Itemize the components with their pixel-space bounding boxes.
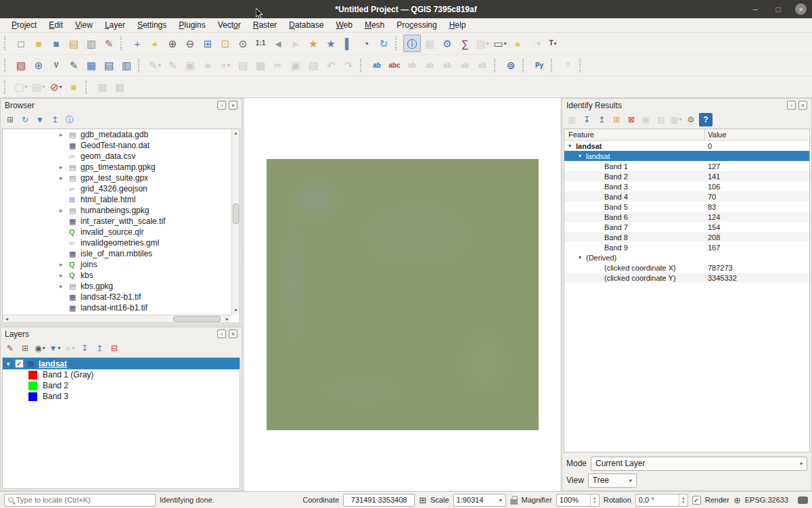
browser-item[interactable]: ▸ humanbeings.gpkg: [3, 205, 240, 216]
messages-icon[interactable]: [798, 497, 808, 504]
select-by-form-icon[interactable]: ■: [65, 78, 83, 96]
print-results-icon[interactable]: ▤: [654, 113, 668, 126]
spin-arrows-icon[interactable]: ▲▼: [590, 494, 599, 506]
layer-visibility-checkbox[interactable]: ✓: [15, 359, 24, 368]
new-geopackage-layer-icon[interactable]: ⊛: [30, 57, 47, 74]
toolbar-handle[interactable]: [120, 37, 127, 50]
layer-styling-icon[interactable]: ✎: [3, 342, 17, 355]
copy-features-icon[interactable]: ▣: [287, 57, 304, 74]
refresh-browser-icon[interactable]: ↻: [18, 113, 32, 126]
result-row[interactable]: Band 5 83: [564, 202, 809, 212]
collapse-all-icon[interactable]: ↥: [48, 113, 62, 126]
browser-horizontal-scrollbar[interactable]: ◄ ►: [3, 315, 231, 323]
toolbar-handle[interactable]: [579, 59, 585, 72]
menu-settings[interactable]: Settings: [131, 19, 173, 31]
expand-arrow-icon[interactable]: ▾: [568, 143, 576, 149]
result-row[interactable]: ▾ (Derived): [564, 252, 809, 262]
paste-features-icon[interactable]: ▤: [304, 57, 322, 74]
browser-item[interactable]: grid_4326.geojson: [3, 183, 240, 194]
processing-toolbox-icon[interactable]: ⚙: [438, 34, 456, 52]
locator-input[interactable]: [16, 496, 152, 504]
coordinate-input[interactable]: 731491 3353408: [343, 494, 415, 507]
toolbar-handle[interactable]: [395, 37, 401, 50]
scroll-left-icon[interactable]: ◄: [3, 315, 11, 323]
add-selected-layers-icon[interactable]: ⊞: [3, 113, 17, 126]
minimize-button[interactable]: –: [749, 3, 761, 16]
zoom-to-layer-icon[interactable]: ⊙: [234, 34, 252, 52]
close-button[interactable]: ×: [795, 3, 807, 15]
browser-item[interactable]: landsat-f32-b1.tif: [3, 292, 240, 302]
refresh-map-icon[interactable]: ↻: [375, 34, 392, 52]
clear-results-icon[interactable]: ⊠: [625, 113, 638, 126]
toolbar-handle[interactable]: [522, 59, 528, 72]
identify-mode-icon[interactable]: ▦: [669, 113, 683, 126]
open-attribute-table-2-icon[interactable]: ▦: [93, 78, 111, 96]
browser-vertical-scrollbar[interactable]: ▲ ▼: [231, 129, 240, 315]
browser-item[interactable]: geom_data.csv: [3, 151, 240, 162]
float-panel-icon[interactable]: ▫: [787, 101, 796, 110]
pin-labels-icon[interactable]: ab: [403, 57, 421, 74]
new-shapefile-layer-icon[interactable]: V: [47, 57, 65, 74]
metasearch-icon[interactable]: ⊚: [502, 57, 520, 74]
redo-icon[interactable]: ↷: [340, 57, 357, 74]
current-edits-icon[interactable]: ✎: [146, 57, 164, 74]
result-row[interactable]: Band 8 208: [564, 232, 809, 242]
measure-icon[interactable]: ▭: [491, 34, 509, 52]
result-row[interactable]: Band 6 124: [564, 212, 809, 222]
column-header-value[interactable]: Value: [705, 129, 809, 140]
scroll-right-icon[interactable]: ►: [223, 315, 231, 323]
new-annotation-layer-icon[interactable]: ▥: [118, 57, 135, 74]
new-bookmark-icon[interactable]: ★: [304, 34, 322, 52]
cut-features-icon[interactable]: ✂: [269, 57, 287, 74]
result-row[interactable]: Band 9 167: [564, 242, 809, 252]
close-panel-icon[interactable]: ×: [798, 101, 807, 110]
close-panel-icon[interactable]: ×: [229, 101, 238, 110]
browser-item[interactable]: invalid_source.qlr: [3, 227, 240, 237]
new-project-icon[interactable]: □: [12, 34, 30, 52]
filter-legend-icon[interactable]: ▼: [48, 342, 62, 355]
deselect-features-icon[interactable]: ⊘: [47, 78, 65, 96]
layout-manager-icon[interactable]: ▥: [83, 34, 100, 52]
magnifier-spinbox[interactable]: 100% ▲▼: [556, 494, 600, 507]
scroll-up-icon[interactable]: ▲: [232, 129, 240, 137]
render-checkbox[interactable]: ✓: [692, 496, 701, 505]
open-attribute-table-icon[interactable]: ▦: [421, 34, 438, 52]
browser-item[interactable]: ▸ kbs: [3, 270, 240, 281]
zoom-in-icon[interactable]: ⊕: [164, 34, 181, 52]
new-print-layout-icon[interactable]: ▤: [65, 34, 83, 52]
expand-arrow-icon[interactable]: ▸: [60, 272, 69, 279]
save-edits-icon[interactable]: ▣: [181, 57, 199, 74]
add-feature-icon[interactable]: ∗: [199, 57, 217, 74]
toolbar-handle[interactable]: [85, 80, 91, 94]
zoom-last-icon[interactable]: ◄: [269, 34, 287, 52]
collapse-all-layers-icon[interactable]: ↥: [93, 342, 106, 355]
toolbar-handle[interactable]: [4, 37, 10, 50]
statistical-summary-icon[interactable]: ∑: [456, 34, 474, 52]
select-by-value-icon[interactable]: ▤: [30, 78, 47, 96]
result-row[interactable]: Band 7 154: [564, 222, 809, 232]
menu-project[interactable]: Project: [5, 19, 43, 31]
menu-processing[interactable]: Processing: [390, 19, 443, 31]
collapse-tree-icon[interactable]: ↥: [595, 113, 608, 126]
column-header-feature[interactable]: Feature: [564, 129, 705, 140]
browser-item[interactable]: isle_of_man.mbtiles: [3, 248, 240, 259]
change-label-icon[interactable]: ab: [474, 57, 491, 74]
toolbar-handle[interactable]: [494, 59, 500, 72]
menu-help[interactable]: Help: [443, 19, 472, 31]
browser-item[interactable]: landsat-int16-b1.tif: [3, 302, 240, 313]
save-project-icon[interactable]: ■: [47, 34, 65, 52]
move-label-icon[interactable]: ab: [438, 57, 456, 74]
expand-arrow-icon[interactable]: ▾: [579, 153, 586, 159]
maximize-button[interactable]: □: [772, 3, 784, 16]
expand-arrow-icon[interactable]: ▸: [60, 164, 69, 170]
pan-to-selection-icon[interactable]: +: [146, 34, 164, 52]
float-panel-icon[interactable]: ▫: [217, 101, 226, 110]
toolbar-handle[interactable]: [360, 59, 366, 72]
copy-feature-icon[interactable]: ▣: [639, 113, 653, 126]
expand-new-results-icon[interactable]: ⊞: [610, 113, 623, 126]
expand-arrow-icon[interactable]: ▾: [579, 254, 586, 260]
rotate-label-icon[interactable]: ab: [456, 57, 474, 74]
toolbar-handle[interactable]: [4, 80, 10, 94]
result-row[interactable]: Band 4 70: [564, 191, 809, 202]
result-row[interactable]: (clicked coordinate Y) 3345332: [564, 273, 809, 283]
